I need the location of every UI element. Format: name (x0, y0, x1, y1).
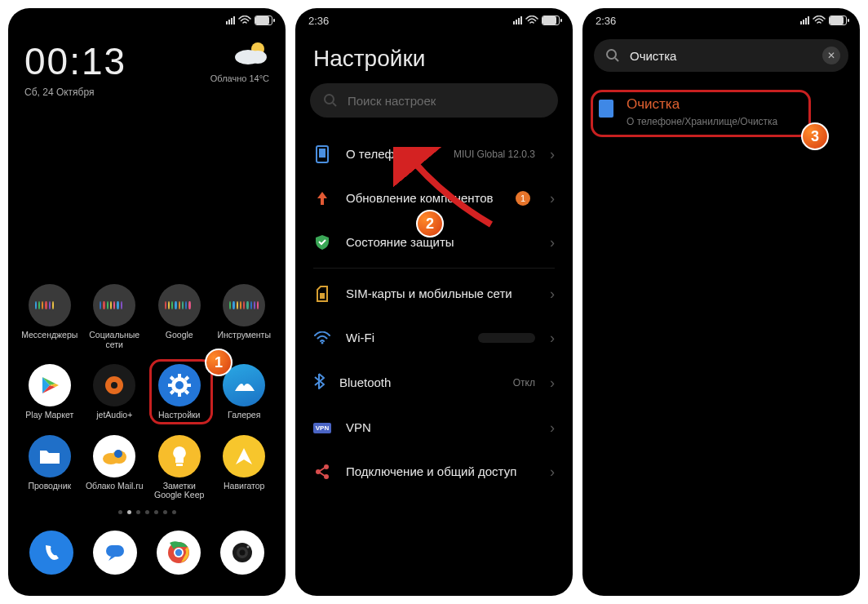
bluetooth-icon (313, 373, 325, 393)
folder-social[interactable]: Социальные сети (85, 284, 145, 349)
app-label: Проводник (28, 482, 71, 491)
svg-rect-18 (176, 464, 183, 466)
dock-camera[interactable] (220, 531, 264, 575)
annotation-step-1: 1 (205, 349, 232, 376)
app-label: Google (166, 331, 193, 340)
storage-icon (599, 100, 613, 118)
svg-point-4 (111, 382, 117, 389)
svg-rect-7 (178, 374, 181, 378)
search-placeholder: Поиск настроек (348, 94, 436, 108)
about-phone-icon (313, 145, 331, 163)
app-label: Play Маркет (25, 411, 73, 420)
chevron-right-icon: › (550, 286, 555, 303)
chevron-right-icon: › (550, 464, 555, 481)
status-time: 2:36 (308, 15, 329, 27)
svg-line-28 (333, 103, 336, 106)
settings-search[interactable]: Поиск настроек (310, 83, 558, 118)
settings-row-about[interactable]: О телефоне MIUI Global 12.0.3 › (295, 132, 573, 176)
phone-settings: 2:36 Настройки Поиск настроек О телефоне… (295, 8, 573, 596)
page-title: Настройки (295, 33, 573, 83)
clear-search-button[interactable]: ✕ (822, 47, 840, 64)
app-label: Облако Mail.ru (86, 482, 144, 491)
gear-icon (167, 373, 192, 397)
page-indicator (8, 500, 286, 524)
svg-point-26 (247, 546, 250, 548)
sim-icon (313, 285, 331, 303)
app-label: Инструменты (218, 331, 271, 340)
status-bar: 2:36 (582, 8, 860, 33)
chevron-right-icon: › (550, 234, 555, 251)
wifi-icon (813, 16, 826, 25)
app-label: Мессенджеры (21, 331, 78, 340)
svg-line-37 (615, 58, 618, 61)
annotation-step-2: 2 (416, 210, 444, 238)
svg-point-22 (175, 549, 182, 556)
wifi-value-redacted (478, 333, 535, 343)
settings-row-wifi[interactable]: Wi-Fi › (295, 316, 573, 360)
app-cloud-mailru[interactable]: Облако Mail.ru (85, 435, 145, 500)
result-path: О телефоне/Хранилище/Очистка (627, 116, 777, 127)
dock-messages[interactable] (93, 531, 137, 575)
svg-point-17 (114, 450, 122, 458)
dock (8, 524, 286, 596)
chevron-right-icon: › (550, 190, 555, 207)
annotation-step-3: 3 (801, 122, 829, 150)
status-bar (8, 8, 286, 33)
svg-rect-10 (187, 384, 191, 387)
folder-tools[interactable]: Инструменты (215, 284, 275, 349)
chevron-right-icon: › (550, 420, 555, 437)
svg-point-2 (249, 51, 267, 64)
search-input[interactable] (630, 49, 813, 63)
clock-widget: 00:13 Сб, 24 Октября Облачно 14°C (8, 33, 286, 98)
chevron-right-icon: › (550, 146, 555, 163)
app-label: Заметки Google Keep (149, 482, 210, 500)
update-icon (313, 189, 331, 207)
settings-row-vpn[interactable]: VPN VPN › (295, 406, 573, 450)
status-bar: 2:36 (295, 8, 573, 33)
app-jetaudio[interactable]: jetAudio+ (85, 364, 145, 420)
app-play-market[interactable]: Play Маркет (20, 364, 80, 420)
folder-messengers[interactable]: Мессенджеры (20, 284, 80, 349)
app-label: jetAudio+ (96, 411, 132, 420)
search-icon (323, 93, 338, 108)
svg-rect-19 (106, 545, 124, 557)
wifi-settings-icon (313, 329, 331, 347)
search-icon (605, 48, 620, 63)
battery-icon (255, 16, 272, 25)
wifi-icon (525, 16, 538, 25)
dock-chrome[interactable] (157, 531, 201, 575)
app-keep[interactable]: Заметки Google Keep (149, 435, 210, 500)
app-label: Навигатор (224, 482, 264, 491)
status-time: 2:36 (596, 15, 616, 27)
signal-icon (226, 16, 235, 24)
svg-point-32 (321, 342, 324, 344)
vpn-icon: VPN (313, 419, 331, 437)
wifi-icon (238, 16, 251, 25)
svg-point-6 (175, 381, 184, 389)
phone-homescreen: 00:13 Сб, 24 Октября Облачно 14°C Мессен… (8, 8, 286, 596)
settings-search-input-bar: ✕ (594, 39, 848, 72)
folder-google[interactable]: Google (149, 284, 210, 349)
chevron-right-icon: › (550, 330, 555, 347)
app-label: Социальные сети (85, 331, 145, 349)
svg-point-36 (607, 50, 616, 59)
battery-icon (829, 16, 847, 25)
shield-icon (313, 233, 331, 251)
svg-rect-31 (320, 293, 325, 299)
clock-time: 00:13 (24, 39, 126, 83)
svg-rect-9 (168, 384, 172, 387)
dock-phone[interactable] (29, 531, 73, 575)
signal-icon (800, 16, 809, 24)
weather-cloud-icon (233, 39, 269, 67)
weather-widget[interactable]: Облачно 14°C (210, 39, 269, 83)
app-navigator[interactable]: Навигатор (215, 435, 275, 500)
svg-point-25 (240, 550, 246, 556)
update-badge: 1 (516, 191, 530, 206)
settings-row-sharing[interactable]: Подключение и общий доступ › (295, 450, 573, 494)
app-grid: Мессенджеры Социальные сети Google Инстр… (8, 276, 286, 500)
settings-row-sim[interactable]: SIM-карты и мобильные сети › (295, 272, 573, 316)
app-settings[interactable]: Настройки (149, 364, 210, 420)
chevron-right-icon: › (550, 375, 555, 392)
app-files[interactable]: Проводник (20, 435, 80, 500)
settings-row-bluetooth[interactable]: Bluetooth Откл › (295, 360, 573, 406)
